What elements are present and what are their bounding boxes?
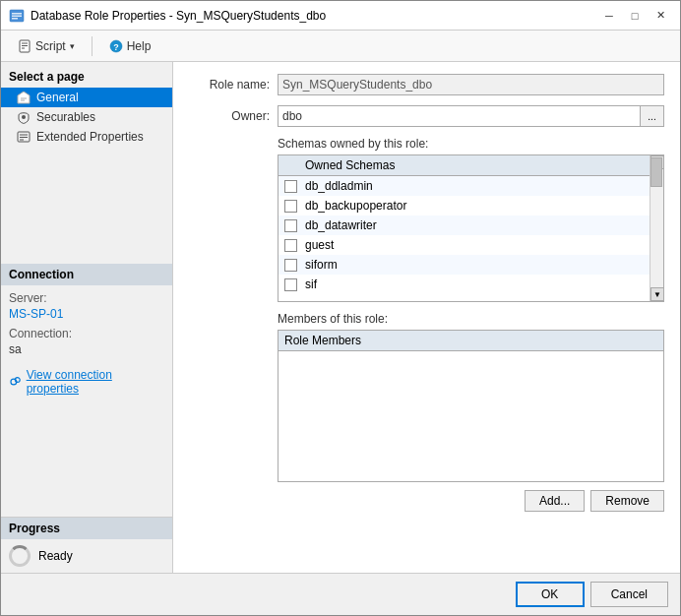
svg-rect-3 [12,18,18,20]
members-label: Members of this role: [278,312,664,326]
script-button[interactable]: Script ▾ [9,35,84,57]
ok-button[interactable]: OK [516,582,585,607]
schema-checkbox-sif[interactable] [284,278,297,291]
schema-label-siform: siform [305,258,338,272]
schemas-col-header: Owned Schemas [305,158,395,172]
members-container: Role Members [278,330,664,482]
members-header: Role Members [279,331,663,351]
general-label: General [36,91,79,104]
connection-section: Connection Server: MS-SP-01 Connection: … [1,264,172,400]
schema-row-siform[interactable]: siform [279,255,650,275]
schema-checkbox-db_ddladmin[interactable] [284,180,297,193]
view-connection-text: View connection properties [27,368,164,396]
schema-checkbox-siform[interactable] [284,259,297,272]
owner-label: Owner: [189,109,278,123]
schema-label-db_ddladmin: db_ddladmin [305,179,373,193]
extended-properties-label: Extended Properties [36,130,144,144]
sidebar-item-general[interactable]: General [1,88,172,107]
script-dropdown-arrow: ▾ [70,41,75,51]
progress-status: Ready [38,549,73,563]
progress-content: Ready [1,539,172,573]
role-name-label: Role name: [189,78,278,92]
server-value: MS-SP-01 [9,307,164,321]
schemas-list: Owned Schemas db_ddladmin db_backupopera… [279,155,650,301]
svg-rect-1 [12,13,22,15]
securables-label: Securables [36,110,95,124]
schema-row-db_datawriter[interactable]: db_datawriter [279,216,650,235]
add-button[interactable]: Add... [525,490,585,512]
help-button[interactable]: ? Help [100,35,160,57]
connection-section-header: Connection [1,264,172,285]
progress-section-header: Progress [1,518,172,539]
schema-row-sif[interactable]: sif [279,275,650,294]
owner-input-group: ... [278,105,664,127]
help-label: Help [127,39,152,53]
schema-label-sif: sif [305,277,317,291]
general-icon [17,91,31,104]
schema-checkbox-db_datawriter[interactable] [284,219,297,232]
server-label: Server: [9,291,164,305]
extended-properties-icon [17,130,31,144]
schema-row-db_ddladmin[interactable]: db_ddladmin [279,176,650,196]
maximize-button[interactable]: □ [623,6,647,26]
role-name-row: Role name: [189,74,664,95]
svg-point-12 [22,115,26,119]
schemas-header: Owned Schemas [279,155,650,176]
schema-label-db_backupoperator: db_backupoperator [305,199,406,213]
window-icon [9,8,25,24]
schema-checkbox-guest[interactable] [284,239,297,252]
title-bar-left: Database Role Properties - Syn_MSQuerySt… [9,8,326,24]
header-checkbox [284,159,297,172]
sidebar: Select a page General [1,62,173,573]
script-label: Script [35,39,66,53]
minimize-button[interactable]: ─ [597,6,621,26]
schema-label-db_datawriter: db_datawriter [305,218,377,232]
window-title: Database Role Properties - Syn_MSQuerySt… [31,9,326,23]
browse-button[interactable]: ... [641,105,664,127]
schemas-scrollbar[interactable]: ▲ ▼ [650,155,663,301]
bottom-buttons: OK Cancel [1,573,680,615]
title-controls: ─ □ ✕ [597,6,672,26]
schemas-table-wrapper: Owned Schemas db_ddladmin db_backupopera… [278,154,664,302]
schemas-owned-label: Schemas owned by this role: [278,137,664,151]
sidebar-item-securables[interactable]: Securables [1,107,172,127]
connection-link-icon [9,375,23,389]
schema-row-db_backupoperator[interactable]: db_backupoperator [279,196,650,216]
sidebar-item-extended-properties[interactable]: Extended Properties [1,127,172,147]
securables-icon [17,110,31,124]
dialog-window: Database Role Properties - Syn_MSQuerySt… [0,0,681,616]
progress-spinner [9,545,31,567]
toolbar: Script ▾ ? Help [1,31,680,62]
owner-input[interactable] [278,105,641,127]
toolbar-separator [92,36,93,56]
action-buttons: Add... Remove [278,490,664,512]
close-button[interactable]: ✕ [649,6,672,26]
connection-label: Connection: [9,327,164,340]
connection-value: sa [9,342,164,356]
svg-text:?: ? [113,42,119,52]
scroll-thumb[interactable] [650,157,662,187]
main-content: Role name: Owner: ... Schemas owned by t… [173,62,680,573]
schema-row-guest[interactable]: guest [279,235,650,255]
connection-info: Server: MS-SP-01 Connection: sa [1,285,172,364]
script-icon [18,39,31,53]
schema-label-guest: guest [305,238,334,252]
progress-section: Progress Ready [1,517,172,573]
scroll-down-arrow[interactable]: ▼ [650,287,664,301]
remove-button[interactable]: Remove [590,490,664,512]
help-icon: ? [109,39,123,53]
schema-checkbox-db_backupoperator[interactable] [284,200,297,213]
content-area: Select a page General [1,62,680,573]
view-connection-link[interactable]: View connection properties [1,364,172,400]
role-name-input [278,74,664,95]
select-page-label: Select a page [1,62,172,88]
svg-rect-2 [12,15,22,17]
cancel-button[interactable]: Cancel [590,582,668,607]
title-bar: Database Role Properties - Syn_MSQuerySt… [1,1,680,31]
owner-row: Owner: ... [189,105,664,127]
